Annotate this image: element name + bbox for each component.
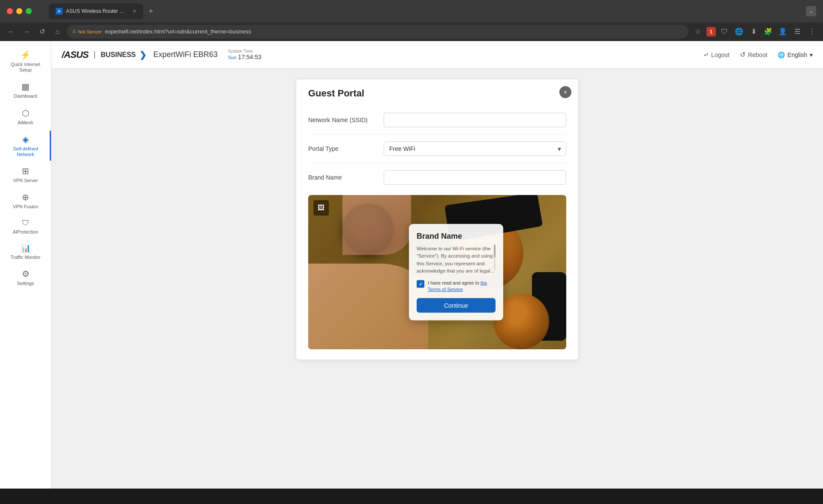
portal-card-title: Brand Name (417, 232, 496, 241)
system-time-label: System Time (228, 49, 261, 54)
brand-name-row: Brand Name (308, 163, 566, 192)
browser-toolbar: ← → ↺ ⌂ ⚠ Not Secure expertwifi.net/inde… (0, 22, 823, 41)
terms-text: I have read and agree to the Terms of Se… (428, 280, 496, 293)
sidebar-item-vpn-server[interactable]: ⊞ VPN Server (0, 162, 51, 187)
reboot-button[interactable]: ↺ Reboot (740, 51, 767, 59)
image-upload-icon: 🖼 (318, 204, 324, 212)
portal-type-select[interactable]: Free WiFi Social Login Password Voucher (384, 141, 566, 156)
main-content: Guest Portal × Network Name (SSID) Porta… (51, 69, 823, 489)
hand-top-left (342, 195, 411, 255)
warning-icon: ⚠ (72, 29, 76, 34)
logout-button[interactable]: ⤶ Logout (703, 51, 730, 59)
quick-internet-icon: ⚡ (20, 50, 31, 60)
self-defined-network-icon: ◈ (22, 134, 29, 144)
business-logo-text: BUSINESS (101, 51, 136, 59)
lang-chevron-icon: ▾ (810, 51, 813, 58)
maximize-window-button[interactable] (26, 8, 32, 14)
network-name-label: Network Name (SSID) (308, 117, 377, 123)
traffic-monitor-icon: 📊 (21, 243, 30, 253)
system-day: Sun (228, 55, 237, 60)
portal-preview-card: Brand Name Welcome to our Wi-Fi service … (409, 224, 503, 321)
settings-icon: ⚙ (22, 269, 30, 279)
browser-chrome: A ASUS Wireless Router Exper... × + ⌄ ← … (0, 0, 823, 41)
sidebar-item-label: VPN Fusion (13, 204, 38, 210)
shield-icon[interactable]: 🛡 (718, 26, 730, 38)
tab-favicon: A (56, 8, 63, 15)
url-text: expertwifi.net/index.html?url=sdn&curren… (105, 28, 251, 35)
sidebar-item-self-defined-network[interactable]: ◈ Self-defined Network (0, 131, 51, 161)
forward-button[interactable]: → (21, 26, 33, 38)
guest-portal-header: Guest Portal (296, 79, 578, 106)
window-menu-button[interactable]: ⌄ (806, 6, 816, 16)
sidebar-item-label: AiProtection (13, 229, 38, 235)
aimesh-icon: ⬡ (22, 108, 29, 118)
tab-title: ASUS Wireless Router Exper... (66, 8, 128, 14)
logo-chevron-icon: ❯ (139, 50, 147, 60)
sidebar-item-aimesh[interactable]: ⬡ AiMesh (0, 105, 51, 129)
extensions-icon[interactable]: 1 (706, 27, 716, 36)
logout-icon: ⤶ (703, 51, 709, 59)
vpn-server-icon: ⊞ (22, 166, 29, 176)
sidebar-item-quick-internet[interactable]: ⚡ Quick Internet Setup (0, 46, 51, 76)
close-window-button[interactable] (7, 8, 13, 14)
aiprotection-icon: 🛡 (22, 219, 30, 228)
guest-portal-panel: Guest Portal × Network Name (SSID) Porta… (296, 79, 579, 360)
security-warning: ⚠ Not Secure (72, 29, 102, 34)
new-tab-button[interactable]: + (145, 5, 157, 17)
tab-bar: A ASUS Wireless Router Exper... × + (42, 3, 801, 19)
logo-divider: | (93, 50, 96, 59)
tab-close-button[interactable]: × (133, 8, 136, 15)
sidebar-item-label: VPN Server (13, 178, 38, 183)
active-tab[interactable]: A ASUS Wireless Router Exper... × (49, 3, 143, 19)
sidebar-item-traffic-monitor[interactable]: 📊 Traffic Monitor (0, 240, 51, 264)
sidebar-item-label: Quick Internet Setup (11, 62, 40, 73)
continue-button[interactable]: Continue (417, 298, 496, 312)
sidebar-item-label: Settings (17, 281, 34, 286)
terms-checkbox[interactable] (417, 280, 424, 288)
app-logo: /ASUS | BUSINESS ❯ ExpertWiFi EBR63 (62, 49, 218, 60)
sidebar-item-aiprotection[interactable]: 🛡 AiProtection (0, 215, 51, 238)
system-clock: 17:54:53 (238, 54, 261, 60)
upload-image-button[interactable]: 🖼 (313, 200, 329, 216)
close-button[interactable]: × (559, 86, 571, 98)
minimize-window-button[interactable] (16, 8, 22, 14)
brand-name-input[interactable] (384, 170, 566, 185)
portal-card-body: Welcome to our Wi-Fi service (the "Servi… (417, 245, 496, 275)
sidebar-item-dashboard[interactable]: ▦ Dashboard (0, 78, 51, 102)
language-selector[interactable]: 🌐 English ▾ (778, 51, 813, 58)
sidebar-item-label: Self-defined Network (13, 146, 38, 157)
portal-type-row: Portal Type Free WiFi Social Login Passw… (308, 135, 566, 163)
app-header: /ASUS | BUSINESS ❯ ExpertWiFi EBR63 Syst… (51, 41, 823, 69)
puzzle-icon[interactable]: 🧩 (762, 26, 774, 38)
preview-area: 🖼 Brand Name Welcome to our Wi-Fi servic… (308, 195, 566, 349)
home-button[interactable]: ⌂ (51, 26, 63, 38)
globe-icon: 🌐 (778, 51, 785, 58)
sidebar-item-vpn-fusion[interactable]: ⊕ VPN Fusion (0, 189, 51, 213)
browser-titlebar: A ASUS Wireless Router Exper... × + ⌄ (0, 0, 823, 22)
back-button[interactable]: ← (5, 26, 17, 38)
reload-button[interactable]: ↺ (36, 26, 48, 38)
brand-name-label: Brand Name (308, 174, 377, 181)
more-options-button[interactable]: ⋮ (806, 26, 818, 38)
terms-row: I have read and agree to the Terms of Se… (417, 280, 496, 293)
portal-type-label: Portal Type (308, 145, 377, 152)
sidebar-item-label: AiMesh (18, 120, 33, 126)
sidebar-toggle[interactable]: ☰ (791, 26, 803, 38)
asus-logo-text: /ASUS (62, 49, 88, 60)
download-icon[interactable]: ⬇ (748, 26, 760, 38)
form-section: Network Name (SSID) Portal Type Free WiF… (296, 106, 578, 192)
system-time: System Time Sun 17:54:53 (228, 49, 261, 60)
sidebar-item-settings[interactable]: ⚙ Settings (0, 265, 51, 290)
network-name-input[interactable] (384, 113, 566, 127)
sidebar-item-label: Dashboard (14, 93, 37, 99)
scrollbar (494, 245, 496, 270)
profile-icon[interactable]: 👤 (777, 26, 789, 38)
network-name-row: Network Name (SSID) (308, 106, 566, 135)
dashboard-icon: ▦ (21, 81, 30, 92)
address-bar[interactable]: ⚠ Not Secure expertwifi.net/index.html?u… (67, 25, 688, 39)
toolbar-right: ☆ 1 🛡 🌐 ⬇ 🧩 👤 ☰ ⋮ (692, 26, 818, 38)
app-container: ⚡ Quick Internet Setup ▦ Dashboard ⬡ AiM… (0, 41, 823, 489)
vpn-icon[interactable]: 🌐 (733, 26, 745, 38)
terms-of-service-link[interactable]: the Terms of Service (428, 280, 487, 292)
bookmark-button[interactable]: ☆ (692, 26, 704, 38)
